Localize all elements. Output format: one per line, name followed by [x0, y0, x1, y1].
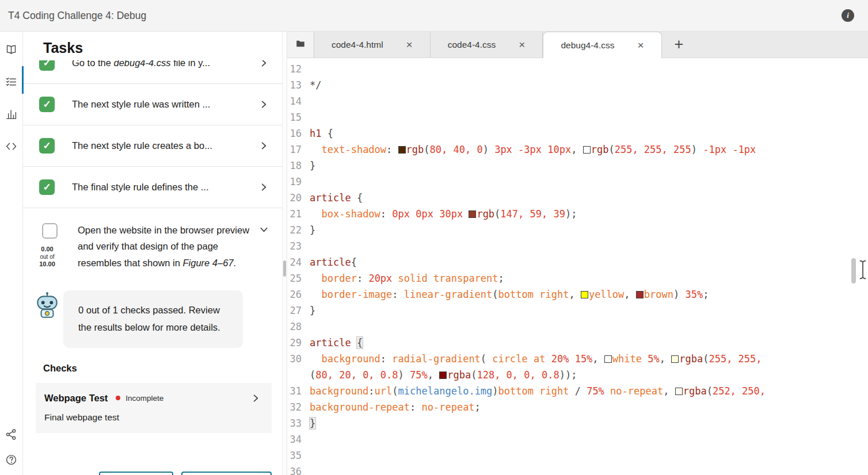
code-token: ,	[663, 385, 675, 397]
panel-resize-handle[interactable]	[282, 32, 287, 475]
code-line[interactable]: 19	[287, 174, 868, 190]
active-section-indicator	[22, 66, 24, 94]
code-line[interactable]: 22}	[287, 222, 868, 238]
line-number: 28	[287, 319, 306, 335]
code-line[interactable]: 24article{	[287, 254, 868, 270]
share-icon[interactable]	[0, 426, 23, 443]
tab-label: debug4-4.css	[561, 40, 614, 51]
code-token: rgb	[406, 144, 424, 155]
code-line[interactable]: 16h1 {	[287, 125, 868, 141]
tasks-scrollbar-thumb[interactable]	[283, 261, 286, 277]
code-line[interactable]: 12	[287, 61, 868, 77]
code-token: );	[565, 208, 577, 220]
line-number: 24	[287, 254, 306, 270]
code-line[interactable]: 13*/	[287, 77, 868, 93]
task-checkbox-checked[interactable]: ✓	[39, 97, 55, 112]
code-line[interactable]: 18}	[287, 158, 868, 174]
line-number: 32	[287, 399, 306, 415]
code-line[interactable]: 32background-repeat: no-repeat;	[287, 399, 868, 415]
code-token: article	[310, 256, 351, 268]
code-token: linear-gradient	[404, 289, 493, 300]
status-dot	[116, 396, 120, 400]
code-line[interactable]: 26 border-image: linear-gradient(bottom …	[287, 286, 868, 302]
code-token: brown	[644, 289, 673, 300]
code-line[interactable]: 15	[287, 109, 868, 125]
editor-scrollbar-thumb[interactable]	[851, 258, 856, 284]
task-item-4[interactable]: ✓ The final style rule defines the ...	[23, 167, 282, 208]
line-number: 36	[287, 463, 306, 475]
chevron-right-icon[interactable]	[260, 100, 268, 109]
info-icon[interactable]: i	[842, 9, 854, 22]
task-item-3[interactable]: ✓ The next style rule creates a bo...	[23, 125, 282, 167]
footer-button-2[interactable]	[181, 472, 272, 475]
chevron-down-icon[interactable]	[260, 225, 268, 234]
mouse-cursor-ibeam	[859, 259, 867, 282]
task-label: The next style rule was written ...	[72, 98, 253, 112]
code-line[interactable]: 34	[287, 431, 868, 447]
chevron-right-icon[interactable]	[260, 183, 268, 191]
code-line[interactable]: 36	[287, 463, 868, 475]
code-line[interactable]: 27}	[287, 302, 868, 319]
tab-code4-4-html[interactable]: code4-4.html ×	[314, 32, 431, 58]
code-token: }	[310, 417, 315, 429]
code-token: ;	[498, 273, 504, 284]
close-icon[interactable]: ×	[637, 40, 644, 51]
code-text: }	[306, 415, 868, 431]
score-value: 0.00	[34, 246, 60, 254]
code-token: yellow	[589, 289, 624, 300]
code-token: (	[310, 369, 315, 381]
checklist-icon[interactable]	[0, 68, 23, 95]
code-token: background	[321, 353, 380, 365]
code-token: url	[375, 385, 393, 397]
code-token: michelangelo.img	[398, 385, 493, 397]
code-line[interactable]: 29article {	[287, 335, 868, 351]
code-line[interactable]: 20article {	[287, 190, 868, 206]
close-icon[interactable]: ×	[519, 39, 525, 50]
rail-bottom-icons	[0, 426, 22, 468]
chevron-right-icon[interactable]	[252, 394, 260, 403]
close-icon[interactable]: ×	[406, 39, 413, 50]
task-label: Open the website in the browser preview …	[78, 222, 253, 271]
tab-code4-4-css[interactable]: code4-4.css ×	[431, 32, 543, 58]
code-icon[interactable]	[0, 133, 23, 159]
code-line[interactable]: 33}	[287, 415, 868, 431]
code-line[interactable]: 14	[287, 93, 868, 109]
code-line[interactable]: 17 text-shadow: rgb(80, 40, 0) 3px -3px …	[287, 141, 868, 158]
code-text	[306, 319, 868, 335]
code-line[interactable]: 30 background: radial-gradient( circle a…	[287, 351, 868, 367]
book-icon[interactable]	[0, 36, 23, 63]
task-item-2[interactable]: ✓ The next style rule was written ...	[23, 84, 282, 125]
line-number: 22	[287, 222, 306, 238]
task-checkbox-checked[interactable]: ✓	[39, 138, 55, 154]
code-area[interactable]: 1213*/141516h1 {17 text-shadow: rgb(80, …	[287, 58, 868, 475]
help-icon[interactable]	[0, 451, 23, 468]
task-item-5[interactable]: 0.00 out of 10.00 Open the website in th…	[23, 208, 282, 275]
code-token: ,	[569, 289, 580, 300]
check-card[interactable]: Webpage Test Incomplete Final webpage te…	[36, 383, 272, 433]
code-text: (80, 20, 0, 0.8) 75%, rgba(128, 0, 0, 0.…	[306, 367, 868, 383]
code-token: )	[483, 144, 489, 155]
code-token: :	[380, 208, 392, 220]
chevron-right-icon[interactable]	[260, 141, 268, 150]
file-tree-tab[interactable]	[287, 32, 314, 58]
code-token: 255, 255, 255	[615, 144, 691, 155]
code-line[interactable]: 28	[287, 319, 868, 335]
task-checkbox-unchecked[interactable]	[42, 223, 58, 239]
code-line[interactable]: (80, 20, 0, 0.8) 75%, rgba(128, 0, 0, 0.…	[287, 367, 868, 383]
code-line[interactable]: 23	[287, 238, 868, 254]
code-line[interactable]: 31background:url(michelangelo.img)bottom…	[287, 383, 868, 399]
color-swatch-icon	[583, 146, 591, 154]
new-tab-button[interactable]: +	[664, 32, 694, 58]
color-swatch-icon	[604, 355, 612, 363]
code-token: ;	[703, 289, 709, 300]
tab-debug4-4-css[interactable]: debug4-4.css ×	[543, 32, 661, 58]
task-checkbox-checked[interactable]: ✓	[39, 179, 55, 195]
line-number: 30	[287, 351, 306, 367]
footer-button-1[interactable]	[99, 472, 173, 475]
chart-icon[interactable]	[0, 101, 23, 127]
code-line[interactable]: 35	[287, 447, 868, 463]
line-number: 13	[287, 77, 306, 93]
code-line[interactable]: 21 box-shadow: 0px 0px 30px rgb(147, 59,…	[287, 206, 868, 222]
code-token: ,	[592, 353, 604, 365]
code-line[interactable]: 25 border: 20px solid transparent;	[287, 270, 868, 286]
